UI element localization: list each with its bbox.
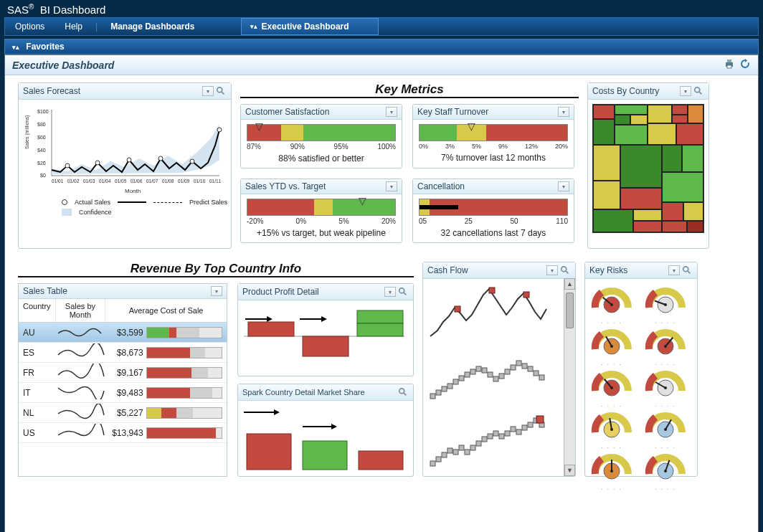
svg-point-119 xyxy=(664,386,667,389)
svg-text:01/11: 01/11 xyxy=(209,179,222,184)
risk-gauge[interactable]: . . . . xyxy=(589,408,634,445)
table-row[interactable]: ES $8,673 xyxy=(19,343,227,363)
cashflow-chart xyxy=(423,279,562,474)
svg-line-55 xyxy=(566,271,569,274)
nav-options[interactable]: Options xyxy=(5,17,54,36)
panel-menu-icon[interactable]: ▾ xyxy=(386,107,397,117)
risk-gauge[interactable]: . . . . xyxy=(589,283,634,320)
svg-point-34 xyxy=(399,288,404,293)
svg-text:Sales (millions): Sales (millions) xyxy=(24,115,30,149)
svg-rect-91 xyxy=(499,434,504,439)
panel-menu-icon[interactable]: ▾ xyxy=(668,265,680,275)
svg-text:$100: $100 xyxy=(37,109,49,114)
svg-rect-74 xyxy=(516,361,521,366)
svg-rect-68 xyxy=(482,368,487,373)
table-row[interactable]: AU $3,599 xyxy=(19,323,227,343)
svg-point-122 xyxy=(610,428,613,431)
risk-gauge[interactable]: . . . . xyxy=(589,325,634,362)
svg-text:01/05: 01/05 xyxy=(115,179,127,184)
scrollbar[interactable]: ▲ ▼ xyxy=(564,278,575,476)
svg-point-19 xyxy=(217,128,222,132)
svg-point-125 xyxy=(664,428,667,431)
panel-menu-icon[interactable]: ▾ xyxy=(680,86,691,96)
table-row[interactable]: FR $9,167 xyxy=(19,363,227,383)
svg-rect-61 xyxy=(442,386,447,391)
active-dashboard-tab[interactable]: ▾▴ Executive Dashboard xyxy=(241,18,379,35)
magnifier-icon[interactable] xyxy=(397,386,409,398)
svg-marker-39 xyxy=(267,316,272,322)
risk-gauge[interactable]: . . . . xyxy=(589,450,634,487)
magnifier-icon[interactable] xyxy=(559,265,571,276)
favorites-bar[interactable]: ▾▴ Favorites xyxy=(4,39,759,54)
nav-help[interactable]: Help xyxy=(54,17,93,36)
risk-gauge[interactable]: . . . . xyxy=(643,283,688,320)
svg-rect-70 xyxy=(493,376,498,381)
cell-sparkline xyxy=(56,323,106,341)
svg-rect-62 xyxy=(447,384,452,389)
risk-gauge[interactable]: . . . . xyxy=(643,325,688,362)
svg-point-116 xyxy=(610,386,613,389)
spark-chart xyxy=(238,401,410,474)
svg-point-107 xyxy=(664,303,667,306)
panel-menu-icon[interactable]: ▾ xyxy=(558,107,569,117)
panel-menu-icon[interactable]: ▾ xyxy=(384,287,396,297)
nav-separator: | xyxy=(93,22,100,32)
svg-text:$0: $0 xyxy=(40,173,46,178)
svg-text:$60: $60 xyxy=(37,135,46,140)
magnifier-icon[interactable] xyxy=(681,265,693,276)
bullet-gauge xyxy=(419,199,568,216)
section-title-revenue: Revenue By Top Country Info xyxy=(18,262,414,277)
refresh-icon[interactable] xyxy=(739,58,751,72)
svg-point-32 xyxy=(695,87,700,92)
table-header: Country Sales by Month Average Cost of S… xyxy=(19,299,227,323)
magnifier-icon[interactable] xyxy=(215,85,227,97)
nav-manage-dashboards[interactable]: Manage Dashboards xyxy=(100,17,204,36)
cell-sparkline xyxy=(56,424,106,442)
table-row[interactable]: IT $9,483 xyxy=(19,383,227,403)
svg-rect-95 xyxy=(522,425,527,430)
treemap[interactable] xyxy=(592,104,704,233)
svg-rect-99 xyxy=(536,416,544,423)
risk-gauge[interactable]: . . . . xyxy=(643,366,688,404)
risk-gauge[interactable]: . . . . xyxy=(589,366,634,404)
panel-menu-icon[interactable]: ▾ xyxy=(386,181,397,191)
svg-rect-52 xyxy=(303,441,347,470)
panel-menu-icon[interactable]: ▾ xyxy=(558,181,569,191)
panel-menu-icon[interactable]: ▾ xyxy=(202,86,214,96)
scroll-thumb[interactable] xyxy=(566,293,574,328)
cell-cost: $5,227 xyxy=(106,407,227,419)
svg-rect-78 xyxy=(539,375,544,380)
svg-rect-79 xyxy=(430,461,435,466)
svg-rect-83 xyxy=(453,450,458,455)
mini-bar xyxy=(146,427,222,439)
cell-country: AU xyxy=(19,328,56,338)
svg-rect-77 xyxy=(534,371,539,376)
scroll-down-icon[interactable]: ▼ xyxy=(564,465,575,476)
cell-country: FR xyxy=(19,368,56,378)
top-nav: Options Help | Manage Dashboards ▾▴ Exec… xyxy=(4,17,759,36)
magnifier-icon[interactable] xyxy=(693,85,704,97)
table-row[interactable]: US $13,943 xyxy=(19,423,227,443)
cell-sparkline xyxy=(56,384,106,402)
risk-gauge[interactable]: . . . . xyxy=(643,450,688,487)
scroll-up-icon[interactable]: ▲ xyxy=(564,278,575,290)
svg-rect-87 xyxy=(476,441,481,446)
page-title: Executive Dashboard xyxy=(12,60,114,71)
magnifier-icon[interactable] xyxy=(397,286,409,298)
panel-menu-icon[interactable]: ▾ xyxy=(211,286,222,296)
forecast-chart: Sales (millions) $100$80$60 $40$20$0 xyxy=(24,103,225,196)
svg-text:01/10: 01/10 xyxy=(194,179,206,184)
mini-bar xyxy=(146,367,222,379)
panel-product-profit-detail: Product Profit Detail ▾ xyxy=(237,283,414,376)
gauge-marker-icon: ▽ xyxy=(255,120,263,132)
panel-menu-icon[interactable]: ▾ xyxy=(546,265,558,275)
print-icon[interactable] xyxy=(724,58,735,72)
svg-marker-42 xyxy=(321,316,327,322)
svg-rect-76 xyxy=(528,366,533,371)
panel-costs-by-country: Costs By Country ▾ xyxy=(587,82,709,249)
table-row[interactable]: NL $5,227 xyxy=(19,403,227,423)
svg-rect-66 xyxy=(470,369,475,374)
svg-text:01/06: 01/06 xyxy=(131,179,143,184)
risk-gauge[interactable]: . . . . xyxy=(643,408,688,445)
cell-country: NL xyxy=(19,408,56,418)
